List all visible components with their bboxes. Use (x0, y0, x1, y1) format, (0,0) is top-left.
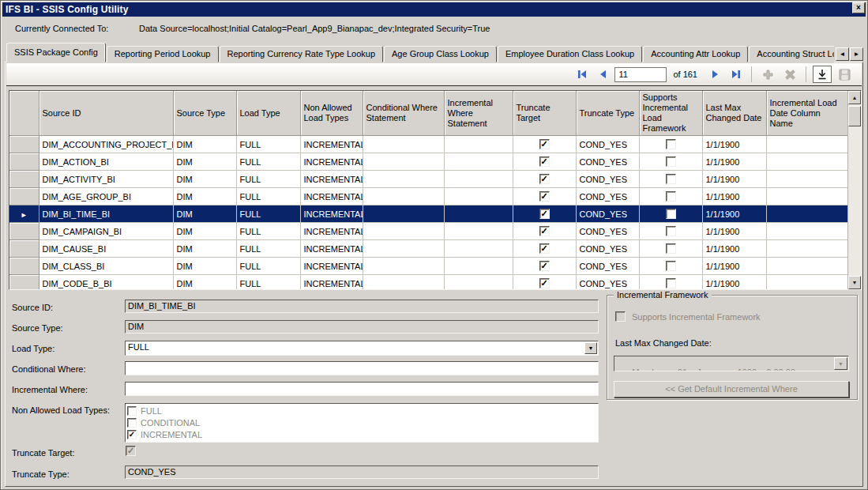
add-record-icon[interactable] (758, 66, 777, 83)
cell-conditional-where[interactable] (363, 240, 444, 258)
cell-incremental-load-date-column[interactable] (766, 240, 849, 258)
cell-last-max-changed-date[interactable]: 1/1/1900 (702, 171, 766, 188)
cell-source-id[interactable]: DIM_CODE_B_BI (39, 275, 173, 291)
cell-non-allowed-load-types[interactable]: INCREMENTAL (300, 188, 363, 205)
scroll-up-icon[interactable]: ▲ (848, 91, 861, 104)
scroll-down-icon[interactable]: ▼ (848, 276, 861, 289)
cell-truncate-target[interactable]: ✓ (513, 136, 576, 153)
cell-non-allowed-load-types[interactable]: INCREMENTAL (300, 136, 363, 153)
checked-checkbox[interactable]: ✓ (539, 174, 550, 184)
checked-checkbox[interactable]: ✓ (539, 191, 550, 202)
truncate-target-checkbox[interactable]: ✓ (126, 446, 136, 456)
cell-source-id[interactable]: DIM_BI_TIME_BI (39, 205, 173, 223)
col-header[interactable]: Truncate Type (576, 91, 639, 136)
last-max-changed-date-picker[interactable]: Monday , 01 January 1900 0:00:00 ▼ (614, 356, 849, 371)
cell-truncate-target[interactable]: ✓ (513, 275, 576, 291)
cell-truncate-target[interactable]: ✓ (513, 240, 576, 258)
cell-truncate-target[interactable]: ✓ (513, 205, 576, 223)
checked-checkbox[interactable]: ✓ (539, 243, 550, 254)
save-icon[interactable] (835, 66, 854, 83)
list-item-conditional[interactable]: CONDITIONAL (127, 416, 596, 428)
cell-truncate-target[interactable]: ✓ (513, 258, 576, 275)
col-header[interactable]: Non Allowed Load Types (300, 91, 363, 136)
tab-scroll-left-icon[interactable]: ◄ (836, 47, 849, 61)
cell-conditional-where[interactable] (363, 188, 444, 205)
scrollbar-thumb[interactable] (848, 106, 861, 126)
cell-conditional-where[interactable] (363, 136, 444, 153)
cell-conditional-where[interactable] (363, 171, 444, 188)
col-header[interactable]: Truncate Target (513, 91, 576, 136)
col-header[interactable]: Incremental Where Statement (444, 91, 513, 136)
col-header[interactable]: Conditional Where Statement (363, 91, 444, 136)
cell-truncate-type[interactable]: COND_YES (576, 223, 639, 240)
cell-source-type[interactable]: DIM (173, 223, 236, 240)
cell-truncate-target[interactable]: ✓ (513, 188, 576, 205)
cell-incremental-load-date-column[interactable] (766, 153, 849, 171)
checked-checkbox[interactable]: ✓ (539, 261, 550, 271)
table-row[interactable]: DIM_CLASS_BIDIMFULLINCREMENTAL✓COND_YES1… (9, 258, 849, 275)
tab-reporting-period-lookup[interactable]: Reporting Period Lookup (107, 46, 219, 62)
chevron-down-icon[interactable]: ▼ (584, 342, 597, 354)
cell-supports-incremental[interactable] (639, 205, 702, 223)
cell-source-type[interactable]: DIM (173, 188, 236, 205)
cell-source-id[interactable]: DIM_ACCOUNTING_PROJECT_BI (39, 136, 173, 153)
conditional-where-input[interactable] (125, 361, 599, 375)
cell-incremental-where[interactable] (444, 223, 513, 240)
row-selector[interactable] (9, 153, 39, 171)
cell-incremental-where[interactable] (444, 188, 513, 205)
cell-incremental-load-date-column[interactable] (766, 258, 849, 275)
cell-truncate-target[interactable]: ✓ (513, 223, 576, 240)
cell-supports-incremental[interactable] (639, 136, 702, 153)
cell-incremental-load-date-column[interactable] (766, 275, 849, 291)
unchecked-checkbox[interactable] (127, 418, 137, 428)
cell-non-allowed-load-types[interactable]: INCREMENTAL (300, 171, 363, 188)
cell-last-max-changed-date[interactable]: 1/1/1900 (702, 136, 766, 153)
table-row[interactable]: DIM_ACTIVITY_BIDIMFULLINCREMENTAL✓COND_Y… (9, 171, 849, 188)
cell-supports-incremental[interactable] (639, 188, 702, 205)
table-row[interactable]: ►DIM_BI_TIME_BIDIMFULLINCREMENTAL✓COND_Y… (9, 205, 849, 223)
record-position-input[interactable] (614, 67, 667, 82)
unchecked-checkbox[interactable] (666, 243, 676, 254)
cell-incremental-where[interactable] (444, 136, 513, 153)
tab-age-group-class-lookup[interactable]: Age Group Class Lookup (384, 46, 497, 62)
unchecked-checkbox[interactable] (666, 209, 676, 219)
col-header[interactable]: Source ID (39, 91, 173, 136)
cell-last-max-changed-date[interactable]: 1/1/1900 (702, 275, 766, 291)
checked-checkbox[interactable]: ✓ (539, 278, 550, 288)
cell-conditional-where[interactable] (363, 275, 444, 291)
col-header[interactable]: Last Max Changed Date (702, 91, 766, 136)
table-row[interactable]: DIM_CODE_B_BIDIMFULLINCREMENTAL✓COND_YES… (9, 275, 849, 291)
cell-source-type[interactable]: DIM (173, 153, 236, 171)
unchecked-checkbox[interactable] (666, 191, 676, 202)
cell-source-id[interactable]: DIM_CAMPAIGN_BI (39, 223, 173, 240)
supports-incremental-framework-checkbox[interactable] (615, 311, 626, 322)
first-record-icon[interactable] (573, 66, 591, 83)
checked-checkbox[interactable]: ✓ (539, 209, 550, 219)
cell-truncate-type[interactable]: COND_YES (576, 275, 639, 291)
cell-truncate-type[interactable]: COND_YES (576, 205, 639, 223)
cell-non-allowed-load-types[interactable]: INCREMENTAL (300, 223, 363, 240)
cell-conditional-where[interactable] (363, 258, 444, 275)
cell-last-max-changed-date[interactable]: 1/1/1900 (702, 258, 766, 275)
cell-non-allowed-load-types[interactable]: INCREMENTAL (300, 275, 363, 291)
list-item-full[interactable]: FULL (127, 405, 596, 416)
unchecked-checkbox[interactable] (666, 156, 676, 167)
row-selector[interactable] (9, 188, 39, 205)
cell-load-type[interactable]: FULL (236, 153, 300, 171)
cell-incremental-where[interactable] (444, 153, 513, 171)
cell-incremental-where[interactable] (444, 171, 513, 188)
row-selector[interactable] (9, 171, 39, 188)
list-item-incremental[interactable]: ✓INCREMENTAL (127, 428, 596, 440)
cell-last-max-changed-date[interactable]: 1/1/1900 (702, 153, 766, 171)
cell-source-type[interactable]: DIM (173, 240, 236, 258)
cell-truncate-type[interactable]: COND_YES (576, 258, 639, 275)
chevron-down-icon[interactable]: ▼ (834, 357, 847, 370)
cell-load-type[interactable]: FULL (236, 275, 300, 291)
table-row[interactable]: DIM_CAUSE_BIDIMFULLINCREMENTAL✓COND_YES1… (9, 240, 849, 258)
cell-load-type[interactable]: FULL (236, 205, 300, 223)
cell-non-allowed-load-types[interactable]: INCREMENTAL (300, 153, 363, 171)
row-selector[interactable] (9, 258, 39, 275)
col-header[interactable]: Incremental Load Date Column Name (766, 91, 849, 136)
unchecked-checkbox[interactable] (666, 261, 676, 271)
delete-record-icon[interactable] (780, 66, 799, 83)
